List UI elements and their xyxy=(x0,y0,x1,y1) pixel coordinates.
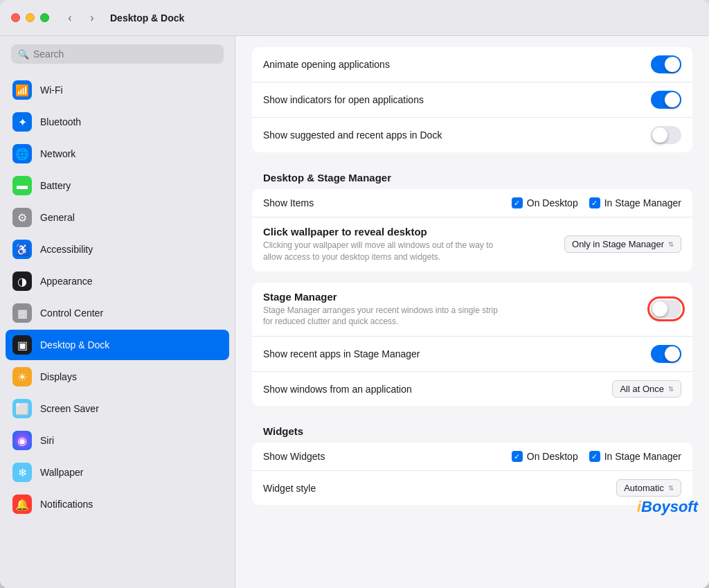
sidebar-item-label-desktop: Desktop & Dock xyxy=(40,339,109,350)
sidebar-item-appearance[interactable]: ◑Appearance xyxy=(6,266,229,296)
show-windows-dropdown[interactable]: All at Once ⇅ xyxy=(612,380,681,398)
wifi-icon: 📶 xyxy=(12,80,32,100)
screensaver-icon: ⬜ xyxy=(12,399,32,418)
sidebar-item-label-wifi: Wi-Fi xyxy=(40,84,63,96)
in-stage-label: In Stage Manager xyxy=(604,197,681,208)
show-recent-stage-label: Show recent apps in Stage Manager xyxy=(263,348,420,359)
sidebar-item-label-accessibility: Accessibility xyxy=(40,244,93,255)
widgets-on-desktop-check[interactable]: ✓ On Desktop xyxy=(512,451,578,462)
in-stage-checkbox[interactable]: ✓ xyxy=(589,197,600,208)
sidebar-item-network[interactable]: 🌐Network xyxy=(6,139,229,169)
on-desktop-checkbox[interactable]: ✓ xyxy=(512,197,523,208)
on-desktop-label: On Desktop xyxy=(527,197,578,208)
sidebar-item-label-controlcenter: Control Center xyxy=(40,308,103,319)
show-items-checkboxes: ✓ On Desktop ✓ In Stage Manager xyxy=(512,197,681,208)
indicators-row: Show indicators for open applications xyxy=(252,82,692,117)
widget-style-label: Widget style xyxy=(263,483,316,494)
close-button[interactable] xyxy=(11,13,20,22)
animate-toggle[interactable] xyxy=(651,55,681,73)
stage-manager-toggle[interactable] xyxy=(651,300,681,318)
accessibility-icon: ♿ xyxy=(12,240,32,259)
show-windows-row: Show windows from an application All at … xyxy=(252,371,692,406)
sidebar-item-desktop[interactable]: ▣Desktop & Dock xyxy=(6,330,229,360)
indicators-toggle[interactable] xyxy=(651,91,681,109)
stage-manager-card2: Stage Manager Stage Manager arranges you… xyxy=(252,283,692,407)
suggested-label: Show suggested and recent apps in Dock xyxy=(263,130,442,141)
widgets-in-stage-check[interactable]: ✓ In Stage Manager xyxy=(589,451,681,462)
suggested-row: Show suggested and recent apps in Dock xyxy=(252,117,692,152)
wallpaper-icon: ❄ xyxy=(12,463,32,482)
chevron-updown-icon: ⇅ xyxy=(668,240,674,248)
sidebar-item-label-network: Network xyxy=(40,148,75,159)
stage-manager-row: Stage Manager Stage Manager arranges you… xyxy=(252,283,692,337)
suggested-toggle[interactable] xyxy=(651,126,681,144)
battery-icon: ▬ xyxy=(12,176,32,195)
controlcenter-icon: ▦ xyxy=(12,303,32,323)
chevron-updown-icon2: ⇅ xyxy=(668,385,674,393)
show-recent-stage-toggle[interactable] xyxy=(651,345,681,363)
widgets-on-desktop-checkbox[interactable]: ✓ xyxy=(512,451,523,462)
in-stage-check[interactable]: ✓ In Stage Manager xyxy=(589,197,681,208)
search-input[interactable] xyxy=(33,48,217,60)
indicators-toggle-knob xyxy=(665,92,680,107)
main-content: Animate opening applications Show indica… xyxy=(235,36,709,588)
top-section: Animate opening applications Show indica… xyxy=(235,36,709,527)
widgets-in-stage-checkbox[interactable]: ✓ xyxy=(589,451,600,462)
animate-toggle-knob xyxy=(665,57,680,72)
back-button[interactable]: ‹ xyxy=(60,8,80,28)
click-wallpaper-sublabel: Clicking your wallpaper will move all wi… xyxy=(263,240,499,263)
sidebar-item-bluetooth[interactable]: ✦Bluetooth xyxy=(6,107,229,137)
stage-manager-toggle-knob xyxy=(652,301,667,317)
sidebar-item-wifi[interactable]: 📶Wi-Fi xyxy=(6,75,229,105)
widget-style-row: Widget style Automatic ⇅ xyxy=(252,470,692,505)
sidebar-item-notifications[interactable]: 🔔Notifications xyxy=(6,489,229,519)
nav-buttons: ‹ › xyxy=(60,8,102,28)
bluetooth-icon: ✦ xyxy=(12,112,32,132)
show-items-label: Show Items xyxy=(263,197,314,208)
sidebar-item-label-screensaver: Screen Saver xyxy=(40,403,99,414)
sidebar-item-label-wallpaper: Wallpaper xyxy=(40,467,84,478)
show-widgets-checkboxes: ✓ On Desktop ✓ In Stage Manager xyxy=(512,451,681,462)
widgets-card: Show Widgets ✓ On Desktop ✓ In Stage Man… xyxy=(252,443,692,505)
sidebar-item-displays[interactable]: ☀Displays xyxy=(6,362,229,392)
minimize-button[interactable] xyxy=(26,13,35,22)
animate-row: Animate opening applications xyxy=(252,47,692,82)
show-recent-stage-row: Show recent apps in Stage Manager xyxy=(252,336,692,371)
maximize-button[interactable] xyxy=(40,13,49,22)
sidebar-item-controlcenter[interactable]: ▦Control Center xyxy=(6,298,229,328)
sidebar: 🔍 📶Wi-Fi✦Bluetooth🌐Network▬Battery⚙Gener… xyxy=(0,36,235,588)
sidebar-item-label-general: General xyxy=(40,212,75,223)
sidebar-item-general[interactable]: ⚙General xyxy=(6,202,229,233)
search-icon: 🔍 xyxy=(18,49,29,60)
network-icon: 🌐 xyxy=(12,144,32,163)
stage-manager-card: Show Items ✓ On Desktop ✓ In Stage Manag… xyxy=(252,189,692,271)
widget-style-dropdown-value: Automatic xyxy=(624,483,664,493)
click-wallpaper-dropdown-value: Only in Stage Manager xyxy=(572,239,664,249)
widget-style-dropdown[interactable]: Automatic ⇅ xyxy=(616,479,681,497)
on-desktop-check[interactable]: ✓ On Desktop xyxy=(512,197,578,208)
scroll-area: Animate opening applications Show indica… xyxy=(235,36,709,527)
stage-manager-sublabel: Stage Manager arranges your recent windo… xyxy=(263,305,499,328)
sidebar-item-wallpaper[interactable]: ❄Wallpaper xyxy=(6,457,229,488)
sidebar-item-label-battery: Battery xyxy=(40,180,71,191)
sidebar-item-accessibility[interactable]: ♿Accessibility xyxy=(6,234,229,265)
window-title: Desktop & Dock xyxy=(110,12,184,24)
stage-manager-label: Stage Manager xyxy=(263,291,499,303)
notifications-icon: 🔔 xyxy=(12,495,32,514)
sidebar-item-screensaver[interactable]: ⬜Screen Saver xyxy=(6,393,229,424)
click-wallpaper-row: Click wallpaper to reveal desktop Clicki… xyxy=(252,217,692,271)
general-icon: ⚙ xyxy=(12,208,32,227)
stage-manager-text-group: Stage Manager Stage Manager arranges you… xyxy=(263,291,499,328)
search-bar[interactable]: 🔍 xyxy=(11,44,224,64)
chevron-updown-icon3: ⇅ xyxy=(668,484,674,492)
show-windows-label: Show windows from an application xyxy=(263,384,412,395)
titlebar: ‹ › Desktop & Dock xyxy=(0,0,709,36)
show-items-row: Show Items ✓ On Desktop ✓ In Stage Manag… xyxy=(252,189,692,217)
click-wallpaper-dropdown[interactable]: Only in Stage Manager ⇅ xyxy=(564,235,681,253)
show-windows-dropdown-value: All at Once xyxy=(620,384,664,394)
siri-icon: ◉ xyxy=(12,431,32,450)
indicators-label: Show indicators for open applications xyxy=(263,94,424,105)
forward-button[interactable]: › xyxy=(82,8,102,28)
sidebar-item-battery[interactable]: ▬Battery xyxy=(6,170,229,201)
sidebar-item-siri[interactable]: ◉Siri xyxy=(6,425,229,456)
